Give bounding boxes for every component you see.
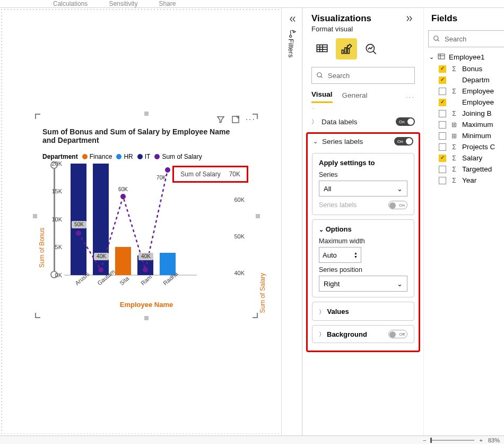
field-row[interactable]: Σ Salary: [424, 152, 504, 164]
report-canvas[interactable]: ··· Sum of Bonus and Sum of Salary by Em…: [0, 8, 281, 436]
field-checkbox[interactable]: [439, 121, 446, 129]
data-labels-toggle[interactable]: On: [396, 117, 415, 126]
svg-text:40K: 40K: [141, 253, 151, 259]
zoom-out-icon[interactable]: −: [423, 437, 426, 443]
series-labels-highlight: ⌄ Series labels On Apply settings to Ser…: [306, 132, 420, 352]
field-checkbox[interactable]: [439, 177, 446, 184]
field-checkbox[interactable]: [439, 110, 446, 117]
ribbon-calculations[interactable]: Calculations: [53, 0, 88, 7]
field-checkbox[interactable]: [439, 132, 446, 140]
field-label: Employee: [462, 98, 494, 106]
chevron-down-icon: ⌄: [397, 280, 403, 288]
field-label: Targetted: [462, 165, 492, 173]
series-labels-sub-toggle: On: [388, 201, 407, 209]
tab-general[interactable]: General: [342, 91, 368, 103]
search-icon: [433, 35, 440, 42]
chart-visual[interactable]: ··· Sum of Bonus and Sum of Salary by Em…: [35, 114, 258, 318]
field-row[interactable]: Σ Targetted: [424, 164, 504, 175]
field-type-icon: Σ: [450, 177, 458, 184]
format-search-input[interactable]: Search: [311, 67, 415, 84]
field-label: Bonus: [462, 65, 482, 73]
field-checkbox[interactable]: [439, 65, 446, 73]
zoom-slider[interactable]: [432, 440, 474, 441]
tab-more-icon[interactable]: ···: [406, 93, 415, 101]
collapse-pane-icon[interactable]: [405, 14, 415, 23]
field-row[interactable]: Σ Year: [424, 175, 504, 186]
filters-label: Filters: [287, 39, 295, 57]
more-options-icon[interactable]: ···: [246, 115, 256, 124]
chevron-right-icon: 〉: [311, 118, 317, 126]
values-section[interactable]: 〉 Values: [312, 302, 414, 321]
field-label: Departm: [462, 76, 490, 84]
zoom-level[interactable]: 83%: [488, 437, 500, 443]
fields-title: Fields: [424, 8, 504, 28]
fields-pane: Fields Search ⌄ Employee1 Σ Bonus Depart…: [423, 8, 504, 436]
visual-header: ···: [216, 115, 256, 124]
spinner-icon[interactable]: ▲▼: [354, 251, 358, 259]
field-label: Salary: [462, 154, 482, 162]
data-labels-section[interactable]: 〉 Data labels On: [308, 114, 418, 129]
svg-point-30: [317, 73, 321, 77]
series-labels-section[interactable]: ⌄ Series labels On: [308, 134, 419, 149]
format-visual-tab-icon[interactable]: [336, 38, 357, 59]
field-checkbox[interactable]: [439, 76, 446, 84]
filter-icon[interactable]: [216, 115, 225, 124]
svg-rect-27: [345, 48, 346, 54]
zoom-in-icon[interactable]: +: [480, 437, 483, 443]
field-label: Maximum: [462, 121, 493, 129]
svg-point-11: [165, 167, 170, 173]
canvas-inner: ··· Sum of Bonus and Sum of Salary by Em…: [2, 10, 279, 433]
fields-search-input[interactable]: Search: [428, 30, 504, 47]
field-row[interactable]: ⊞ Maximum: [424, 119, 504, 130]
series-labels-toggle[interactable]: On: [394, 137, 413, 146]
svg-point-9: [120, 194, 126, 199]
field-checkbox[interactable]: [439, 99, 446, 106]
ribbon-sensitivity[interactable]: Sensitivity: [109, 0, 137, 7]
status-bar: − + 83%: [0, 436, 504, 444]
field-row[interactable]: ⊞ Minimum: [424, 130, 504, 141]
options-label[interactable]: Options: [326, 225, 352, 233]
field-type-icon: ⊞: [450, 121, 458, 129]
svg-rect-32: [438, 54, 445, 59]
table-employee1[interactable]: ⌄ Employee1: [424, 50, 504, 63]
series-dropdown[interactable]: All ⌄: [319, 181, 407, 197]
field-row[interactable]: Departm: [424, 74, 504, 86]
field-row[interactable]: Σ Bonus: [424, 63, 504, 74]
field-checkbox[interactable]: [439, 88, 446, 95]
expand-pane-icon[interactable]: [287, 14, 297, 24]
chart-svg: 50K 40K 60K 40K 70K: [64, 164, 229, 275]
field-label: Projects C: [462, 143, 495, 151]
svg-point-10: [143, 267, 148, 272]
field-row[interactable]: Employee: [424, 97, 504, 108]
field-type-icon: ⊞: [450, 132, 458, 140]
filters-pane-collapsed[interactable]: Filters: [281, 8, 302, 436]
ribbon: Calculations Sensitivity Share: [0, 0, 504, 8]
background-toggle[interactable]: Off: [388, 330, 407, 338]
analytics-tab-icon[interactable]: [360, 38, 381, 59]
focus-mode-icon[interactable]: [231, 115, 240, 124]
field-row[interactable]: Σ Employee: [424, 86, 504, 97]
field-type-icon: Σ: [450, 65, 458, 73]
field-row[interactable]: Σ Projects C: [424, 141, 504, 152]
field-row[interactable]: Σ Joining B: [424, 108, 504, 119]
max-width-label: Maximum width: [319, 237, 407, 245]
background-section[interactable]: 〉 Background Off: [312, 325, 414, 343]
field-label: Year: [462, 176, 476, 184]
build-visual-tab-icon[interactable]: [311, 38, 333, 59]
visualizations-title: Visualizations: [311, 13, 371, 24]
svg-point-31: [434, 36, 438, 40]
max-width-input[interactable]: Auto ▲▼: [319, 247, 361, 263]
svg-text:60K: 60K: [118, 186, 128, 192]
svg-rect-21: [317, 45, 327, 52]
svg-rect-26: [342, 50, 343, 54]
tab-visual[interactable]: Visual: [311, 90, 333, 103]
chevron-down-icon: ⌄: [429, 54, 434, 61]
field-checkbox[interactable]: [439, 166, 446, 173]
series-position-dropdown[interactable]: Right ⌄: [319, 276, 407, 292]
field-checkbox[interactable]: [439, 143, 446, 151]
y-right-axis-title: Sum of Salary: [259, 273, 266, 313]
ribbon-share[interactable]: Share: [159, 0, 176, 7]
series-labels-sub-label: Series labels: [319, 201, 357, 209]
field-checkbox[interactable]: [439, 155, 446, 162]
format-tabs: Visual General ···: [303, 86, 423, 103]
